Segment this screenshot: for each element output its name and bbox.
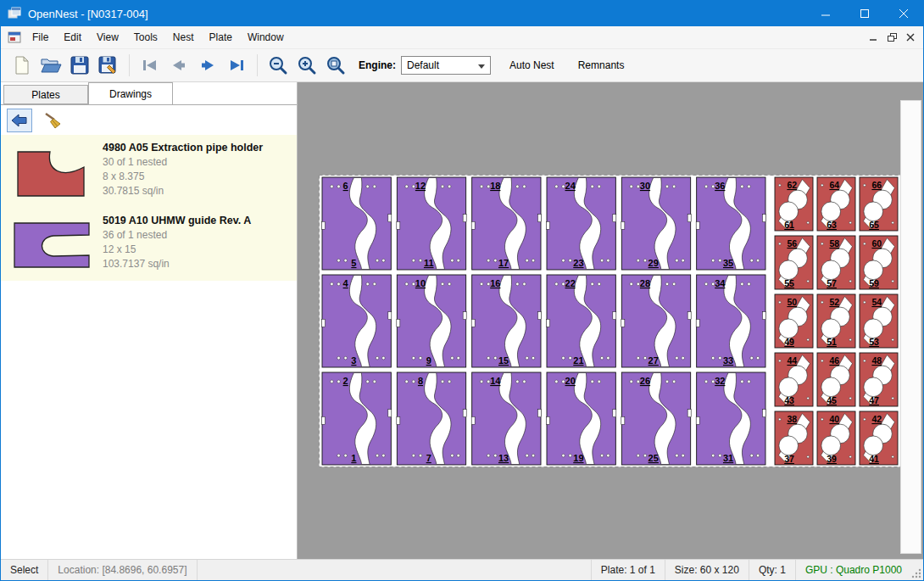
open-button[interactable] bbox=[37, 52, 64, 79]
save-as-icon bbox=[97, 55, 120, 75]
drawing-item-purple[interactable]: 5019 A10 UHMW guide Rev. A 36 of 1 neste… bbox=[1, 208, 297, 281]
mdi-minimize-button[interactable] bbox=[864, 29, 882, 46]
nest-part-pair[interactable]: 6261 bbox=[775, 177, 813, 231]
menu-view[interactable]: View bbox=[89, 28, 126, 47]
status-mode: Select bbox=[1, 560, 48, 580]
menu-tools[interactable]: Tools bbox=[126, 28, 165, 47]
nest-part-pair[interactable]: 4241 bbox=[860, 411, 898, 465]
nest-part-pair[interactable]: 5251 bbox=[817, 294, 855, 348]
tab-drawings[interactable]: Drawings bbox=[88, 82, 173, 104]
zoom-out-button[interactable] bbox=[264, 52, 292, 79]
resize-grip[interactable] bbox=[911, 560, 923, 580]
remnants-button[interactable]: Remnants bbox=[573, 55, 630, 75]
nest-part-pair[interactable]: 21 bbox=[322, 372, 392, 465]
statusbar-right: Plate: 1 of 1 Size: 60 x 120 Qty: 1 GPU … bbox=[591, 560, 923, 580]
svg-text:7: 7 bbox=[426, 453, 431, 463]
engine-select[interactable]: Default bbox=[401, 56, 491, 75]
drawing-item-red[interactable]: 4980 A05 Extraction pipe holder 30 of 1 … bbox=[1, 135, 297, 208]
svg-text:63: 63 bbox=[827, 220, 837, 230]
svg-text:21: 21 bbox=[573, 355, 583, 366]
nest-part-pair[interactable]: 4443 bbox=[775, 353, 813, 406]
maximize-button[interactable] bbox=[845, 1, 884, 26]
nest-part-pair[interactable]: 6463 bbox=[817, 177, 855, 231]
mdi-restore-button[interactable] bbox=[882, 29, 901, 46]
svg-text:14: 14 bbox=[490, 376, 501, 386]
svg-text:25: 25 bbox=[648, 453, 659, 463]
nest-part-pair[interactable]: 2423 bbox=[547, 177, 616, 270]
nest-part-pair[interactable]: 65 bbox=[322, 177, 392, 270]
window-title: OpenNest - [N0317-004] bbox=[28, 8, 148, 20]
svg-text:36: 36 bbox=[715, 181, 725, 191]
next-plate-button[interactable] bbox=[194, 52, 221, 79]
nest-part-pair[interactable]: 1211 bbox=[397, 177, 466, 270]
tab-plates[interactable]: Plates bbox=[3, 85, 88, 104]
nest-part-pair[interactable]: 1615 bbox=[471, 275, 541, 367]
nest-part-pair[interactable]: 2625 bbox=[621, 372, 691, 465]
nest-part-pair[interactable]: 3837 bbox=[775, 411, 813, 465]
nest-part-pair[interactable]: 3433 bbox=[696, 275, 765, 367]
nest-part-pair[interactable]: 3635 bbox=[696, 177, 765, 270]
svg-text:3: 3 bbox=[351, 355, 356, 366]
zoom-in-icon bbox=[297, 55, 317, 75]
nest-canvas[interactable]: 6512111817242330293635431091615222128273… bbox=[298, 82, 923, 559]
swap-parts-button[interactable] bbox=[7, 109, 32, 132]
nest-part-pair[interactable]: 2221 bbox=[547, 275, 616, 367]
menu-nest[interactable]: Nest bbox=[165, 28, 202, 47]
minimize-button[interactable] bbox=[806, 1, 845, 26]
nest-part-pair[interactable]: 87 bbox=[397, 372, 466, 465]
new-button[interactable] bbox=[8, 52, 36, 79]
zoom-fit-button[interactable] bbox=[322, 52, 349, 79]
mdi-close-button[interactable] bbox=[901, 29, 920, 46]
nest-part-pair[interactable]: 5049 bbox=[775, 294, 813, 348]
svg-text:27: 27 bbox=[648, 355, 659, 366]
nest-part-pair[interactable]: 4847 bbox=[860, 353, 898, 406]
svg-text:32: 32 bbox=[715, 376, 725, 386]
menu-edit[interactable]: Edit bbox=[56, 28, 89, 47]
vertical-scrollbar[interactable] bbox=[900, 100, 921, 554]
svg-text:56: 56 bbox=[787, 238, 797, 249]
svg-text:51: 51 bbox=[827, 337, 837, 347]
svg-text:42: 42 bbox=[871, 414, 882, 424]
svg-text:30: 30 bbox=[640, 181, 650, 191]
nest-part-pair[interactable]: 5857 bbox=[817, 236, 855, 289]
close-button[interactable] bbox=[884, 1, 923, 26]
svg-text:5: 5 bbox=[351, 258, 356, 268]
menu-plate[interactable]: Plate bbox=[202, 28, 240, 47]
menu-file[interactable]: File bbox=[25, 28, 56, 47]
broom-icon bbox=[43, 112, 62, 129]
nest-part-pair[interactable]: 4039 bbox=[817, 411, 855, 465]
nest-part-pair[interactable]: 6059 bbox=[860, 236, 898, 289]
first-plate-button[interactable] bbox=[136, 52, 164, 79]
nest-part-pair[interactable]: 43 bbox=[322, 275, 392, 367]
status-size: Size: 60 x 120 bbox=[665, 560, 749, 580]
menubar: File Edit View Tools Nest Plate Window bbox=[1, 26, 923, 48]
nest-plate[interactable]: 6512111817242330293635431091615222128273… bbox=[319, 175, 902, 467]
menu-window[interactable]: Window bbox=[240, 28, 292, 47]
nest-part-pair[interactable]: 3231 bbox=[696, 372, 765, 465]
svg-text:31: 31 bbox=[723, 453, 733, 463]
svg-text:12: 12 bbox=[415, 181, 426, 191]
nest-part-pair[interactable]: 1413 bbox=[471, 372, 541, 465]
status-qty: Qty: 1 bbox=[749, 560, 795, 580]
nest-part-pair[interactable]: 4645 bbox=[817, 353, 855, 406]
nest-part-pair[interactable]: 3029 bbox=[621, 177, 691, 270]
auto-nest-button[interactable]: Auto Nest bbox=[504, 55, 559, 75]
last-plate-button[interactable] bbox=[223, 52, 250, 79]
svg-text:52: 52 bbox=[829, 297, 839, 307]
nest-part-pair[interactable]: 1817 bbox=[471, 177, 541, 270]
svg-text:40: 40 bbox=[829, 414, 839, 424]
svg-text:4: 4 bbox=[343, 278, 349, 288]
clean-button[interactable] bbox=[40, 109, 65, 132]
nest-part-pair[interactable]: 109 bbox=[397, 275, 466, 367]
nest-part-pair[interactable]: 5655 bbox=[775, 236, 813, 289]
status-gpu: GPU : Quadro P1000 bbox=[795, 560, 911, 580]
nest-part-pair[interactable]: 6665 bbox=[860, 177, 898, 231]
nest-part-pair[interactable]: 2019 bbox=[547, 372, 616, 465]
save-button[interactable] bbox=[66, 52, 93, 79]
previous-plate-button[interactable] bbox=[165, 52, 192, 79]
nest-part-pair[interactable]: 5453 bbox=[860, 294, 898, 348]
zoom-in-button[interactable] bbox=[293, 52, 320, 79]
nest-part-pair[interactable]: 2827 bbox=[621, 275, 691, 367]
save-as-button[interactable] bbox=[95, 52, 122, 79]
svg-text:33: 33 bbox=[723, 355, 733, 366]
